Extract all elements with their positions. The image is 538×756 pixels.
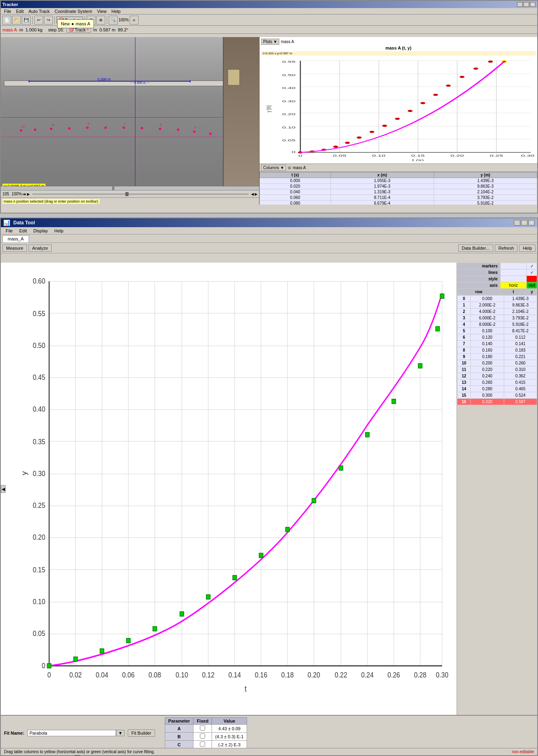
plots-button[interactable]: Plots ▼ [261, 39, 279, 45]
table-cell: 1.439E-3 [434, 178, 537, 184]
lines-check: ✓ [527, 269, 537, 276]
svg-text:0.10: 0.10 [33, 597, 45, 606]
dt-menu-help[interactable]: Help [51, 228, 67, 234]
svg-rect-146 [259, 553, 263, 558]
redo-button[interactable]: ↪ [44, 16, 53, 25]
param-fixed-cell[interactable] [193, 725, 212, 733]
table-cell: 0.020 [260, 184, 331, 189]
param-fixed-cell[interactable] [193, 733, 212, 741]
param-fixed-checkbox[interactable] [200, 742, 205, 747]
playback-thumb[interactable] [125, 192, 129, 196]
popup-mass-a-label[interactable]: mass A [76, 21, 90, 26]
dt-menu-file[interactable]: File [2, 228, 16, 234]
table-header: t (s) x (m) y (m) [260, 172, 537, 178]
undo-button[interactable]: ↩ [34, 16, 43, 25]
dt-menu-display[interactable]: Display [30, 228, 51, 234]
next-frame-button[interactable]: ▶ [255, 192, 258, 196]
svg-text:0.300 m: 0.300 m [98, 77, 111, 81]
svg-text:0.14: 0.14 [228, 671, 241, 679]
svg-rect-142 [153, 627, 157, 631]
columns-label: Columns [263, 166, 279, 170]
door-object [228, 69, 240, 85]
scrollbar-thumb[interactable] [112, 186, 114, 190]
svg-rect-154 [440, 294, 444, 298]
play-back-button[interactable]: ⏮ [23, 192, 26, 196]
tracker-title: Tracker [2, 2, 18, 7]
tracker-minimize-button[interactable]: _ [517, 2, 523, 7]
popup-new-label[interactable]: New [61, 21, 70, 26]
open-button[interactable]: 📂 [12, 16, 21, 25]
datatool-window: 📊 Data Tool _ □ × File Edit Display Help… [0, 217, 538, 756]
zoom-fit-button[interactable]: A [130, 16, 139, 25]
dt-table-cell: 8.000E-2 [471, 321, 504, 328]
menu-view[interactable]: View [95, 9, 109, 14]
tracker-data-points [298, 60, 507, 153]
fit-name-select[interactable]: ▼ [116, 730, 125, 736]
svg-point-66 [395, 118, 400, 120]
dt-table-cell: 13 [457, 379, 471, 386]
table-cell: 6.679E-4 [330, 201, 434, 205]
refresh-button[interactable]: Refresh [495, 244, 518, 252]
menu-file[interactable]: File [2, 9, 14, 14]
svg-point-11 [34, 128, 36, 131]
save-button[interactable]: 💾 [22, 16, 31, 25]
playback-slider[interactable] [32, 193, 249, 195]
columns-button[interactable]: Columns ▼ [261, 165, 286, 171]
menu-help[interactable]: Help [109, 9, 123, 14]
param-table-body: A4.43 ± 0.09B(4.3 ± 0.3) E-1C(-2 ± 2) E-… [165, 725, 247, 749]
datatool-content: ◀ [1, 263, 537, 715]
tracker-plot-svg: 0 0.05 0.10 0.20 0.30 0.40 0.50 0.55 0 0… [261, 56, 536, 161]
plots-label: Plots [263, 39, 272, 44]
dt-table-cell: 0.362 [504, 373, 537, 379]
param-fixed-checkbox[interactable] [200, 725, 205, 731]
datatool-close-button[interactable]: × [528, 220, 535, 226]
svg-point-8 [86, 126, 89, 129]
mass-unit: m [19, 27, 23, 32]
datatool-win-controls: _ □ × [514, 220, 535, 226]
dt-table-cell: 8 [457, 347, 471, 354]
axes-button[interactable]: ⊕ [96, 16, 105, 25]
dt-data-body: 00.0001.439E-312.000E-29.863E-324.000E-2… [457, 296, 537, 405]
tracker-maximize-button[interactable]: □ [523, 2, 529, 7]
menu-coordinate[interactable]: Coordinate System [52, 9, 95, 14]
fit-name-input[interactable] [27, 730, 116, 736]
svg-text:0.40: 0.40 [282, 86, 295, 90]
param-table: Parameter Fixed Value A4.43 ± 0.09B(4.3 … [165, 717, 247, 749]
collapse-arrow[interactable]: ◀ [1, 485, 6, 493]
play-button[interactable]: ▶ [27, 192, 30, 196]
param-name-cell: C [165, 741, 193, 749]
lines-row: lines ✓ [457, 269, 537, 276]
video-scrollbar[interactable] [1, 186, 259, 190]
datatool-maximize-button[interactable]: □ [521, 220, 528, 226]
video-panel: ← 0.300 m → [1, 37, 260, 205]
menu-edit[interactable]: Edit [14, 9, 26, 14]
zoom-out-button[interactable]: 🔍 [109, 16, 118, 25]
fit-builder-button[interactable]: Fit Builder [128, 729, 155, 737]
datatool-minimize-button[interactable]: _ [514, 220, 520, 226]
dt-table-cell: 0.415 [504, 379, 537, 386]
param-fixed-checkbox[interactable] [200, 733, 205, 739]
dt-menu-edit[interactable]: Edit [16, 228, 30, 234]
svg-text:0: 0 [47, 671, 51, 679]
analyze-button[interactable]: Analyze [29, 244, 52, 252]
measure-button[interactable]: Measure [2, 244, 27, 252]
plot-area: Plots ▼ mass A mass A (t, y) t=0.320 s y… [260, 37, 537, 164]
fit-name-row: Fit Name: ▼ Fit Builder Parameter Fixed … [4, 717, 534, 749]
tracker-close-button[interactable]: × [530, 2, 536, 7]
prev-frame-button[interactable]: ◀ [251, 192, 254, 196]
svg-point-63 [357, 137, 361, 139]
new-button[interactable]: 📄 [2, 16, 11, 25]
plot-mass-label: mass A [281, 39, 294, 44]
dt-table-cell: 3.793E-2 [504, 315, 537, 321]
dt-table-row: 140.2800.465 [457, 386, 537, 392]
tab-mass-a[interactable]: mass_A [2, 235, 29, 242]
help-button[interactable]: Help [519, 244, 536, 252]
data-builder-button[interactable]: Data Builder... [458, 244, 493, 252]
dt-toolbar-left: Measure Analyze [2, 244, 52, 252]
separator-1 [32, 16, 33, 24]
svg-point-1 [209, 133, 212, 135]
svg-text:0: 0 [42, 661, 45, 669]
svg-text:y: y [20, 471, 28, 475]
menu-autotrack[interactable]: Auto Track [26, 9, 52, 14]
param-fixed-cell[interactable] [193, 741, 212, 749]
